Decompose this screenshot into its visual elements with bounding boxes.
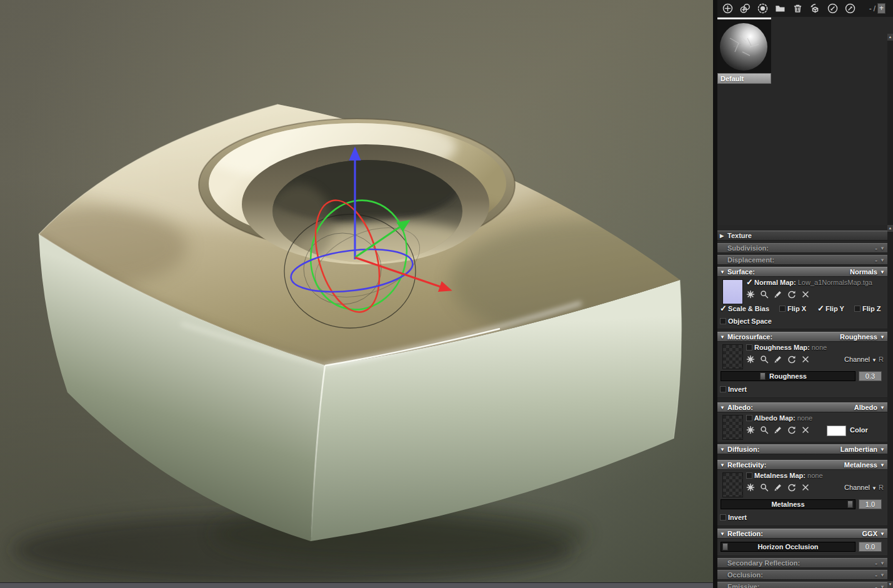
dropdown-icon[interactable]: ▼: [880, 529, 885, 539]
section-reflection-header[interactable]: ▼ Reflection: GGX ▼: [717, 529, 887, 539]
thumb-size-minus[interactable]: -: [869, 4, 872, 13]
channel-dropdown[interactable]: Channel ▼ R: [844, 356, 884, 363]
3d-viewport[interactable]: [0, 0, 713, 582]
section-subdivision[interactable]: Subdivision: - ▼: [717, 243, 887, 253]
checkbox[interactable]: [854, 306, 861, 312]
edit-pencil-icon[interactable]: [774, 426, 782, 434]
option-scale-bias[interactable]: Scale & Bias: [720, 305, 769, 312]
dropdown-icon[interactable]: ▼: [880, 445, 885, 454]
scroll-up-icon[interactable]: ▲: [887, 34, 893, 41]
option-flip-z[interactable]: Flip Z: [854, 305, 881, 312]
material-sphere-icon[interactable]: [757, 3, 768, 14]
section-occlusion[interactable]: Occlusion: - ▼: [717, 570, 887, 580]
roughness-value[interactable]: 0.3: [859, 371, 882, 381]
search-icon[interactable]: [760, 290, 769, 299]
section-emissive[interactable]: Emissive: - ▼: [717, 582, 887, 588]
gear-icon[interactable]: [746, 426, 755, 434]
dropdown-icon[interactable]: ▼: [880, 403, 885, 412]
edit-pencil-icon[interactable]: [774, 290, 782, 299]
albedo-map-checkbox[interactable]: [746, 415, 752, 421]
albedo-map-thumbnail[interactable]: [722, 415, 743, 440]
normal-map-thumbnail[interactable]: [722, 279, 743, 304]
albedo-mode-dropdown[interactable]: Albedo: [854, 403, 877, 412]
search-icon[interactable]: [760, 483, 769, 492]
material-library[interactable]: Default ▲ ▼: [717, 17, 893, 225]
reload-icon[interactable]: [787, 290, 796, 299]
metalness-value[interactable]: 1.0: [859, 499, 882, 509]
thumb-size-plus[interactable]: +: [877, 3, 886, 14]
import-material-icon[interactable]: [827, 3, 838, 14]
roughness-map-checkbox[interactable]: [746, 344, 752, 351]
reload-icon[interactable]: [787, 355, 796, 364]
surface-mode-dropdown[interactable]: Normals: [850, 267, 877, 277]
clear-x-icon[interactable]: [801, 290, 810, 299]
material-tile-default[interactable]: Default: [717, 17, 771, 84]
search-icon[interactable]: [760, 426, 769, 434]
export-material-icon[interactable]: [845, 3, 856, 14]
albedo-color-swatch[interactable]: [827, 426, 846, 436]
section-surface-header[interactable]: ▼ Surface: Normals ▼: [717, 267, 887, 277]
gear-icon[interactable]: [746, 483, 755, 492]
option-invert[interactable]: Invert: [720, 514, 747, 521]
edit-pencil-icon[interactable]: [774, 483, 782, 492]
option-object-space[interactable]: Object Space: [720, 317, 772, 325]
dropdown-icon[interactable]: ▼: [880, 267, 885, 277]
section-diffusion-header[interactable]: ▼ Diffusion: Lambertian ▼: [717, 444, 887, 454]
clear-x-icon[interactable]: [801, 426, 810, 434]
checkbox[interactable]: [720, 514, 726, 521]
metalness-map-thumbnail[interactable]: [722, 472, 743, 497]
roughness-map-thumbnail[interactable]: [722, 344, 743, 369]
reload-icon[interactable]: [787, 483, 796, 492]
checkbox[interactable]: [720, 306, 726, 312]
section-microsurface-header[interactable]: ▼ Microsurface: Roughness ▼: [717, 332, 887, 342]
metalness-slider[interactable]: Metalness: [721, 499, 856, 509]
gear-icon[interactable]: [746, 290, 755, 299]
option-invert[interactable]: Invert: [720, 386, 747, 393]
thumbnail-size-control[interactable]: - / +: [869, 3, 886, 14]
add-material-icon[interactable]: [722, 3, 733, 14]
metalness-map-checkbox[interactable]: [746, 472, 752, 479]
map-label: Roughness Map:: [754, 344, 810, 351]
section-displacement[interactable]: Displacement: - ▼: [717, 255, 887, 265]
dropdown-icon[interactable]: ▼: [880, 461, 885, 470]
dropdown-icon[interactable]: ▼: [880, 571, 885, 580]
microsurface-mode-dropdown[interactable]: Roughness: [840, 332, 877, 342]
duplicate-material-icon[interactable]: [740, 3, 751, 14]
gear-icon[interactable]: [746, 355, 755, 364]
clear-x-icon[interactable]: [801, 355, 810, 364]
horizon-occlusion-value[interactable]: 0.0: [859, 542, 882, 552]
section-reflectivity-header[interactable]: ▼ Reflectivity: Metalness ▼: [717, 460, 887, 470]
roughness-slider[interactable]: Roughness: [721, 371, 856, 381]
channel-dropdown[interactable]: Channel ▼ R: [844, 484, 884, 491]
search-icon[interactable]: [760, 355, 769, 364]
open-folder-icon[interactable]: [775, 3, 786, 14]
reload-icon[interactable]: [787, 426, 796, 434]
diffusion-mode-dropdown[interactable]: Lambertian: [841, 445, 877, 454]
checkbox[interactable]: [779, 306, 786, 312]
reflection-mode-dropdown[interactable]: GGX: [862, 529, 877, 539]
option-flip-y[interactable]: Flip Y: [817, 305, 844, 312]
section-albedo-header[interactable]: ▼ Albedo: Albedo ▼: [717, 402, 887, 412]
normal-map-checkbox[interactable]: [746, 279, 752, 286]
checkbox[interactable]: [720, 318, 726, 324]
dropdown-icon[interactable]: ▼: [880, 244, 885, 253]
checkbox[interactable]: [817, 306, 824, 312]
clear-x-icon[interactable]: [801, 483, 810, 492]
properties-scrollbar[interactable]: ▲ ▼: [887, 225, 893, 588]
library-scrollbar[interactable]: ▲ ▼: [887, 34, 893, 242]
section-texture[interactable]: ▶ Texture: [717, 231, 887, 241]
reflectivity-mode-dropdown[interactable]: Metalness: [844, 461, 877, 470]
edit-pencil-icon[interactable]: [774, 355, 782, 364]
dropdown-icon[interactable]: ▼: [880, 559, 885, 568]
material-cube-random-icon[interactable]: [810, 3, 821, 14]
dropdown-icon[interactable]: ▼: [880, 332, 885, 342]
dropdown-icon[interactable]: ▼: [880, 256, 885, 265]
option-flip-x[interactable]: Flip X: [779, 305, 806, 312]
scroll-down-icon[interactable]: ▼: [887, 581, 893, 588]
dropdown-icon[interactable]: ▼: [880, 582, 885, 588]
checkbox[interactable]: [720, 386, 726, 392]
scroll-up-icon[interactable]: ▲: [887, 225, 893, 232]
delete-trash-icon[interactable]: [792, 3, 803, 14]
horizon-occlusion-slider[interactable]: Horizon Occlusion: [721, 542, 856, 552]
section-secondary-reflection[interactable]: Secondary Reflection: - ▼: [717, 558, 887, 568]
